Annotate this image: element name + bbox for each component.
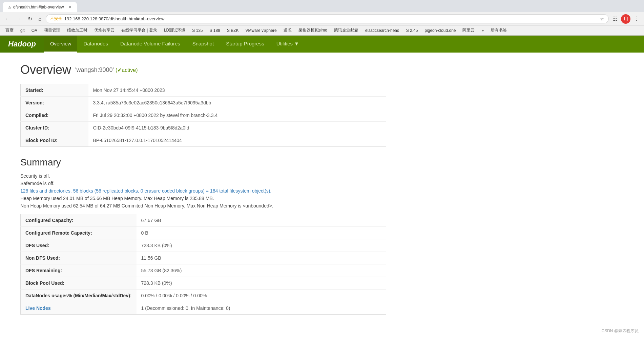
security-warning: 不安全 <box>50 16 62 22</box>
dfs-used-value: 728.3 KB (0%) <box>137 239 386 252</box>
table-row: Configured Capacity: 67.67 GB <box>21 214 386 227</box>
bookmark-ld[interactable]: LD测试环境 <box>161 27 188 34</box>
datanodes-usages-label: DataNodes usages% (Min/Median/Max/stdDev… <box>21 290 137 302</box>
safemode-text: Safemode is off. <box>20 181 386 186</box>
dfs-used-label: DFS Used: <box>21 239 137 252</box>
filesystem-text: 128 files and directories, 56 blocks (56… <box>20 188 386 194</box>
bookmark-tencent[interactable]: 腾讯企业邮箱 <box>331 27 361 34</box>
configured-capacity-value: 67.67 GB <box>137 214 386 227</box>
non-heap-text: Non Heap Memory used 62.54 MB of 64.27 M… <box>20 203 386 208</box>
profile-button[interactable]: 用 <box>621 14 630 24</box>
bookmark-oa[interactable]: OA <box>29 27 40 34</box>
overview-table: Started: Mon Nov 27 14:45:44 +0800 2023 … <box>20 84 386 147</box>
non-dfs-used-value: 11.56 GB <box>137 252 386 264</box>
bookmark-135[interactable]: S 135 <box>189 27 205 34</box>
home-button[interactable]: ⌂ <box>36 15 44 23</box>
table-row: Block Pool ID: BP-651026581-127.0.0.1-17… <box>21 134 386 147</box>
nav-bar: ← → ↻ ⌂ 不安全 192.168.220.128:9870/dfsheal… <box>0 12 644 26</box>
bookmark-share[interactable]: 优炮共享云 <box>91 27 117 34</box>
live-nodes-label: Live Nodes <box>21 302 137 315</box>
forward-button[interactable]: → <box>14 15 24 23</box>
started-label: Started: <box>21 84 88 97</box>
nav-utilities[interactable]: Utilities ▼ <box>270 36 305 53</box>
page-title: Overview 'wangsh:9000' (✔active) <box>20 63 386 77</box>
summary-table: Configured Capacity: 67.67 GB Configured… <box>20 214 386 315</box>
dfs-remaining-label: DFS Remaining: <box>21 264 137 277</box>
bookmark-more[interactable]: » <box>479 27 486 34</box>
cluster-id-label: Cluster ID: <box>21 122 88 134</box>
tab-bar: ⚠ dfshealth.html#tab-overview ✕ <box>0 0 644 12</box>
non-dfs-used-label: Non DFS Used: <box>21 252 137 264</box>
toolbar-right: ☷ 用 ⋮ <box>611 14 641 24</box>
table-row: Cluster ID: CID-2e30bcb4-09f9-4115-b183-… <box>21 122 386 134</box>
security-text: Security is off. <box>20 173 386 179</box>
table-row: Started: Mon Nov 27 14:45:44 +0800 2023 <box>21 84 386 97</box>
extensions-button[interactable]: ☷ <box>611 14 620 23</box>
bookmark-perf[interactable]: 绩效加工时 <box>64 27 90 34</box>
overview-node: 'wangsh:9000' (✔active) <box>75 66 138 74</box>
bookmark-icon[interactable]: ☆ <box>600 16 604 22</box>
menu-button[interactable]: ⋮ <box>632 14 641 23</box>
active-badge: (✔active) <box>116 67 138 73</box>
dfs-remaining-value: 55.73 GB (82.36%) <box>137 264 386 277</box>
bookmark-es[interactable]: elasticsearch-head <box>362 27 402 34</box>
overview-title: Overview <box>20 63 71 77</box>
reload-button[interactable]: ↻ <box>26 14 34 23</box>
tab-title: dfshealth.html#tab-overview <box>13 5 64 9</box>
live-nodes-value: 1 (Decommissioned: 0, In Maintenance: 0) <box>137 302 386 315</box>
bookmark-learning[interactable]: 在线学习平台 | 登录 <box>119 27 160 34</box>
table-row: Configured Remote Capacity: 0 B <box>21 227 386 239</box>
address-bar[interactable]: 不安全 192.168.220.128:9870/dfshealth.html#… <box>46 14 609 23</box>
bookmark-bzk[interactable]: S BZK <box>224 27 242 34</box>
live-nodes-link[interactable]: Live Nodes <box>25 305 51 311</box>
hadoop-nav: Hadoop Overview Datanodes Datanode Volum… <box>0 36 644 53</box>
bookmark-all[interactable]: 所有书签 <box>488 27 510 34</box>
table-row: Block Pool Used: 728.3 KB (0%) <box>21 277 386 290</box>
back-button[interactable]: ← <box>3 15 12 23</box>
bookmark-baidu[interactable]: 百度 <box>3 27 16 34</box>
main-content: Overview 'wangsh:9000' (✔active) Started… <box>0 53 407 325</box>
bookmark-yque[interactable]: 道雀 <box>281 27 294 34</box>
address-text: 192.168.220.128:9870/dfshealth.html#tab-… <box>64 16 598 21</box>
bookmarks-bar: 百度 git OA 项目管理 绩效加工时 优炮共享云 在线学习平台 | 登录 L… <box>0 26 644 35</box>
table-row: DataNodes usages% (Min/Median/Max/stdDev… <box>21 290 386 302</box>
bookmark-project[interactable]: 项目管理 <box>41 27 63 34</box>
started-value: Mon Nov 27 14:45:44 +0800 2023 <box>88 84 386 97</box>
summary-title: Summary <box>20 157 386 168</box>
block-pool-value: BP-651026581-127.0.0.1-1701052414404 <box>88 134 386 147</box>
nav-snapshot[interactable]: Snapshot <box>186 36 220 53</box>
bookmark-245[interactable]: S 2.45 <box>403 27 421 34</box>
browser-tab[interactable]: ⚠ dfshealth.html#tab-overview ✕ <box>3 2 77 12</box>
block-pool-used-label: Block Pool Used: <box>21 277 137 290</box>
bookmark-pigeon[interactable]: pigeon-cloud.one <box>422 27 458 34</box>
tab-close-button[interactable]: ✕ <box>68 5 71 9</box>
compiled-label: Compiled: <box>21 109 88 122</box>
table-row: Version: 3.3.4, ra585a73c3e02ac62350c136… <box>21 97 386 109</box>
cluster-id-value: CID-2e30bcb4-09f9-4115-b183-9ba5f8d2a0fd <box>88 122 386 134</box>
bookmark-simo[interactable]: 采集器模拟simo <box>296 27 330 34</box>
configured-remote-capacity-label: Configured Remote Capacity: <box>21 227 137 239</box>
hadoop-logo[interactable]: Hadoop <box>0 36 44 53</box>
table-row: DFS Remaining: 55.73 GB (82.36%) <box>21 264 386 277</box>
datanodes-usages-value: 0.00% / 0.00% / 0.00% / 0.00% <box>137 290 386 302</box>
bookmark-aliyun[interactable]: 阿里云 <box>460 27 477 34</box>
tab-favicon: ⚠ <box>8 5 11 9</box>
nav-datanode-volume-failures[interactable]: Datanode Volume Failures <box>114 36 186 53</box>
browser-chrome: ⚠ dfshealth.html#tab-overview ✕ ← → ↻ ⌂ … <box>0 0 644 36</box>
heap-text: Heap Memory used 24.01 MB of 35.66 MB He… <box>20 196 386 201</box>
hadoop-nav-items: Overview Datanodes Datanode Volume Failu… <box>44 36 305 53</box>
configured-remote-capacity-value: 0 B <box>137 227 386 239</box>
version-value: 3.3.4, ra585a73c3e02ac62350c136643a5e7f6… <box>88 97 386 109</box>
nav-datanodes[interactable]: Datanodes <box>77 36 114 53</box>
version-label: Version: <box>21 97 88 109</box>
table-row: Non DFS Used: 11.56 GB <box>21 252 386 264</box>
bookmark-vmware[interactable]: VMware vSphere <box>243 27 279 34</box>
nav-overview[interactable]: Overview <box>44 36 78 53</box>
table-row: Live Nodes 1 (Decommissioned: 0, In Main… <box>21 302 386 315</box>
bookmark-git[interactable]: git <box>18 27 27 34</box>
filesystem-link[interactable]: 128 files and directories, 56 blocks (56… <box>20 188 271 194</box>
configured-capacity-label: Configured Capacity: <box>21 214 137 227</box>
block-pool-used-value: 728.3 KB (0%) <box>137 277 386 290</box>
bookmark-188[interactable]: S 188 <box>207 27 223 34</box>
nav-startup-progress[interactable]: Startup Progress <box>220 36 270 53</box>
